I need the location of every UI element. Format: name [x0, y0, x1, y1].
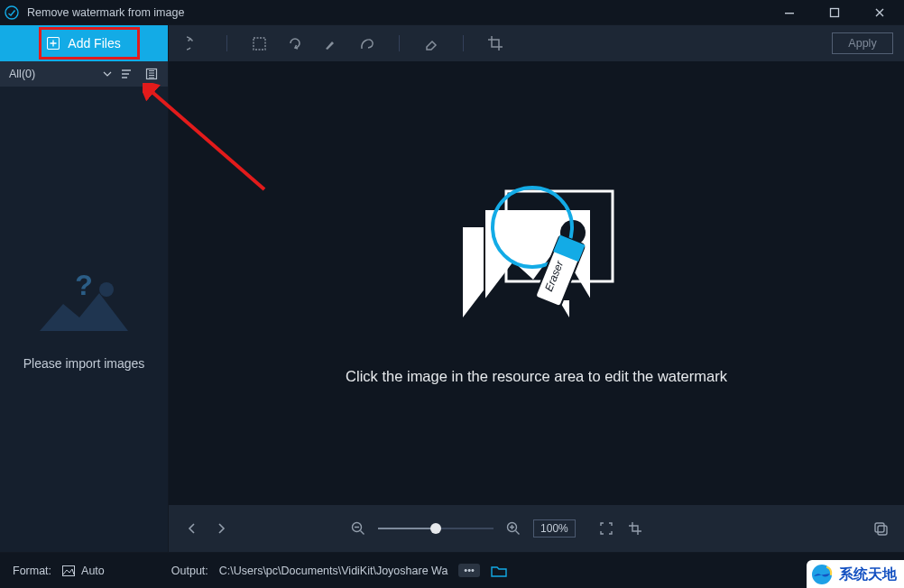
canvas-hint-text: Click the image in the resource area to … [346, 368, 727, 385]
sidebar: Add Files All(0) [0, 25, 169, 552]
add-files-button[interactable]: Add Files [34, 29, 133, 58]
compare-button[interactable] [872, 519, 890, 537]
sidebar-empty-state: ? Please import images [0, 87, 168, 552]
zoom-slider[interactable] [378, 528, 494, 529]
format-label: Format: [13, 565, 51, 577]
window-title: Remove watermark from image [27, 6, 770, 19]
svg-rect-19 [878, 526, 887, 535]
next-button[interactable] [212, 519, 230, 537]
output-more-button[interactable]: ••• [458, 564, 480, 577]
maximize-button[interactable] [823, 1, 846, 24]
app-icon [4, 5, 20, 21]
svg-rect-2 [831, 8, 839, 16]
badge-text: 系统天地 [839, 565, 897, 584]
zoom-in-button[interactable] [504, 519, 522, 537]
actual-size-button[interactable] [626, 519, 644, 537]
chevron-down-icon [103, 69, 112, 78]
badge-globe-icon [810, 563, 834, 586]
plus-icon [47, 37, 60, 50]
crop-adjust-button[interactable] [480, 31, 511, 56]
svg-point-0 [5, 6, 18, 19]
open-folder-button[interactable] [491, 565, 507, 577]
prev-button[interactable] [183, 519, 201, 537]
add-files-label: Add Files [68, 36, 120, 51]
filter-label: All(0) [9, 68, 35, 80]
sidebar-empty-text: Please import images [23, 356, 145, 371]
canvas-area: Eraser Click the image in the resource a… [169, 61, 904, 505]
sort-button[interactable] [115, 61, 137, 87]
close-button[interactable] [868, 1, 891, 24]
zoom-out-button[interactable] [349, 519, 367, 537]
output-label: Output: [171, 565, 208, 577]
svg-point-5 [99, 282, 114, 297]
empty-illustration-icon: Eraser [447, 182, 627, 335]
brush-tool-button[interactable] [316, 31, 346, 56]
image-placeholder-icon: ? [34, 268, 134, 340]
svg-rect-18 [875, 523, 884, 532]
format-selector[interactable]: Auto [62, 565, 105, 577]
image-icon [62, 565, 75, 576]
title-bar: Remove watermark from image [0, 0, 904, 25]
watermark-badge: 系统天地 [807, 560, 904, 588]
svg-rect-1 [785, 13, 794, 14]
zoom-percent: 100% [533, 519, 576, 537]
svg-text:?: ? [75, 269, 93, 301]
rotate-tool-button[interactable] [280, 31, 310, 56]
main-area: Apply [169, 25, 904, 552]
select-all-button[interactable] [141, 61, 162, 87]
output-path: C:\Users\pc\Documents\VidiKit\Joyoshare … [219, 565, 448, 577]
svg-rect-7 [254, 38, 265, 50]
minimize-button[interactable] [778, 1, 801, 24]
zoom-bar: 100% [169, 505, 904, 552]
footer: Format: Auto Output: C:\Users\pc\Documen… [0, 552, 904, 588]
toolbar: Apply [169, 25, 904, 61]
eraser-tool-button[interactable] [416, 31, 447, 56]
fit-screen-button[interactable] [597, 519, 615, 537]
filter-select[interactable]: All(0) [9, 68, 112, 80]
apply-button[interactable]: Apply [832, 32, 893, 54]
crop-tool-button[interactable] [244, 31, 274, 56]
lasso-tool-button[interactable] [352, 31, 383, 56]
undo-button[interactable] [180, 31, 210, 56]
format-value: Auto [81, 565, 105, 577]
